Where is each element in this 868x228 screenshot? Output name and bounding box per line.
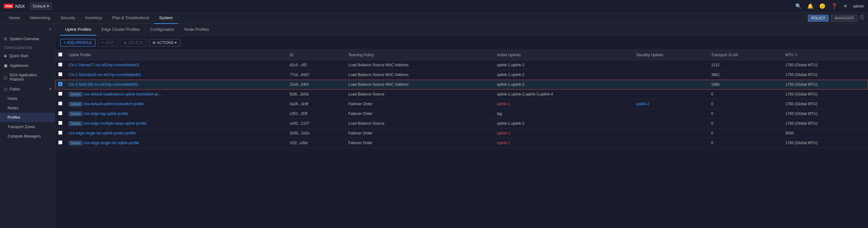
sidebar-item-label: Fabric xyxy=(10,87,20,91)
row-name: Defaultnsx-edge-multiple-vteps-uplink-pr… xyxy=(65,119,286,128)
row-checkbox[interactable] xyxy=(58,130,62,135)
row-mtu: 1700 (Global MTU) xyxy=(782,109,868,119)
profile-name-link[interactable]: Cls-2-Standard3-oci-w01hp-consolidated01 xyxy=(69,73,142,77)
row-name: Defaultnsx-edge-lag-uplink-profile xyxy=(65,109,286,119)
quick-start-icon: ◈ xyxy=(4,53,7,58)
admin-label[interactable]: admin xyxy=(853,4,864,8)
toolbar: + ADD PROFILE ✏ EDIT 🗑 DELETE ⚙ ACTIONS … xyxy=(55,36,868,50)
row-standby-uplinks xyxy=(633,138,708,148)
tab-uplink-profiles[interactable]: Uplink Profiles xyxy=(60,24,96,36)
nav-home[interactable]: Home xyxy=(4,12,25,24)
profile-name-link[interactable]: Cls-3-Std3-DB-oci-w01hp-consolidated01 xyxy=(69,82,138,87)
topbar: vmw NSX Default ▾ 🔍 🔔 😐 ❓ ☀ admin xyxy=(0,0,868,12)
row-checkbox[interactable] xyxy=(58,82,62,86)
help-circle-icon[interactable]: ⓘ xyxy=(860,15,864,22)
tab-configuration[interactable]: Configuration xyxy=(145,24,179,36)
sidebar-item-appliances[interactable]: ▣ Appliances xyxy=(0,61,55,70)
default-selector[interactable]: Default ▾ xyxy=(30,2,52,10)
nav-system[interactable]: System xyxy=(154,12,178,24)
row-checkbox[interactable] xyxy=(58,72,62,76)
sidebar-item-nsx-app-platform[interactable]: ◻ NSX Application Platform xyxy=(0,70,55,84)
sidebar-item-system-overview[interactable]: ⊙ System Overview xyxy=(0,34,55,44)
row-checkbox[interactable] xyxy=(58,121,62,125)
row-checkbox-cell xyxy=(55,128,65,138)
row-id: 77cd...b507 xyxy=(286,70,345,80)
sidebar-item-quick-start[interactable]: ◈ Quick Start xyxy=(0,51,55,61)
search-icon[interactable]: 🔍 xyxy=(795,3,802,9)
row-name: Cls-3-Std3-DB-oci-w01hp-consolidated01 xyxy=(65,80,286,89)
table-row: Cls-3-Std3-DB-oci-w01hp-consolidated0122… xyxy=(55,80,868,89)
row-checkbox[interactable] xyxy=(58,102,62,106)
row-checkbox-cell xyxy=(55,89,65,99)
table-row: Defaultnsx-default-uplink-hostswitch-pro… xyxy=(55,99,868,109)
profile-name-link[interactable]: Cls-1-DenseX7-oci-w01hp-consolidated01 xyxy=(69,63,140,67)
mtu-info-icon[interactable]: ℹ xyxy=(796,53,797,57)
help-icon[interactable]: ❓ xyxy=(831,3,837,9)
row-mtu: 1700 (Global MTU) xyxy=(782,80,868,89)
sidebar-item-fabric[interactable]: ◻ Fabric ▾ xyxy=(0,84,55,94)
user-icon[interactable]: 😐 xyxy=(819,3,826,9)
profile-name-link[interactable]: nsx-edge-single-nic-uplink-profile xyxy=(84,141,139,145)
profile-name-link[interactable]: nsx-edge-lag-uplink-profile xyxy=(84,112,128,116)
nav-security[interactable]: Security xyxy=(55,12,80,24)
collapse-button[interactable]: « xyxy=(49,26,52,31)
table-container: Uplink Profile ID Teaming Policy Active … xyxy=(55,50,868,148)
sub-tabs: Uplink Profiles Edge Cluster Profiles Co… xyxy=(55,24,868,36)
sidebar-item-compute-managers[interactable]: Compute Managers xyxy=(0,131,55,141)
actions-button[interactable]: ⚙ ACTIONS ▾ xyxy=(149,39,180,46)
col-mtu: MTU ℹ xyxy=(782,50,868,60)
row-checkbox[interactable] xyxy=(58,63,62,67)
row-checkbox-cell xyxy=(55,109,65,119)
col-uplink-profile: Uplink Profile xyxy=(65,50,286,60)
sidebar-item-nodes[interactable]: Nodes xyxy=(0,103,55,113)
row-checkbox[interactable] xyxy=(58,140,62,145)
row-teaming-policy: Failover Order xyxy=(345,109,494,119)
profile-name-link[interactable]: nsx-default-uplink-hostswitch-profile xyxy=(84,102,144,106)
manager-button[interactable]: MANAGER xyxy=(831,15,857,22)
row-active-uplinks: uplink-1,uplink-2 xyxy=(494,70,633,80)
profile-name-link[interactable]: nsx-edge-single-nic-uplink-jumbo-profile xyxy=(69,131,136,136)
tab-edge-cluster-profiles[interactable]: Edge Cluster Profiles xyxy=(96,24,145,36)
delete-button[interactable]: 🗑 DELETE xyxy=(120,39,146,46)
col-teaming-policy: Teaming Policy xyxy=(345,50,494,60)
row-standby-uplinks xyxy=(633,109,708,119)
nav-networking[interactable]: Networking xyxy=(25,12,55,24)
main-layout: « ⊙ System Overview Configuration ◈ Quic… xyxy=(0,24,868,228)
select-all-header[interactable] xyxy=(55,50,65,60)
row-checkbox-cell xyxy=(55,119,65,128)
active-uplink-value: uplink-1 xyxy=(497,102,510,106)
row-name: Defaultnsx-default-uplink-hostswitch-pro… xyxy=(65,99,286,109)
add-profile-button[interactable]: + ADD PROFILE xyxy=(60,39,95,46)
row-id: 3d35...2e2e xyxy=(286,128,345,138)
row-mtu: 1700 (Global MTU) xyxy=(782,70,868,80)
row-transport-vlan: 0 xyxy=(708,128,782,138)
row-transport-vlan: 1886 xyxy=(708,80,782,89)
row-active-uplinks: uplink-1,uplink-2 xyxy=(494,60,633,70)
row-checkbox[interactable] xyxy=(58,111,62,115)
row-mtu: 1700 (Global MTU) xyxy=(782,89,868,99)
sidebar-item-transport-zones[interactable]: Transport Zones xyxy=(0,122,55,131)
select-all-checkbox[interactable] xyxy=(58,52,62,56)
bell-icon[interactable]: 🔔 xyxy=(807,3,813,9)
edit-button[interactable]: ✏ EDIT xyxy=(98,39,118,46)
policy-button[interactable]: POLICY xyxy=(808,15,829,22)
theme-icon[interactable]: ☀ xyxy=(843,3,847,9)
sidebar-item-hosts[interactable]: Hosts xyxy=(0,94,55,103)
tab-node-profiles[interactable]: Node Profiles xyxy=(180,24,214,36)
sidebar-item-profiles[interactable]: Profiles xyxy=(0,113,55,122)
sidebar-configuration-label: Configuration xyxy=(0,44,55,51)
row-id: c352...5f3f xyxy=(286,109,345,119)
sidebar: « ⊙ System Overview Configuration ◈ Quic… xyxy=(0,24,55,228)
row-checkbox[interactable] xyxy=(58,92,62,96)
row-standby-uplinks xyxy=(633,89,708,99)
row-active-uplinks: lag xyxy=(494,109,633,119)
col-active-uplinks: Active Uplinks xyxy=(494,50,633,60)
sidebar-item-label: Compute Managers xyxy=(7,134,41,139)
row-standby-uplinks xyxy=(633,119,708,128)
profile-name-link[interactable]: nsx-default-loadbalance-uplink-hostswitc… xyxy=(84,92,161,97)
profile-name-link[interactable]: nsx-edge-multiple-vteps-uplink-profile xyxy=(84,121,146,126)
vmw-logo: vmw xyxy=(4,4,13,8)
nav-plan-troubleshoot[interactable]: Plan & Troubleshoot xyxy=(107,12,154,24)
nav-inventory[interactable]: Inventory xyxy=(80,12,107,24)
nsx-app-icon: ◻ xyxy=(4,75,7,80)
